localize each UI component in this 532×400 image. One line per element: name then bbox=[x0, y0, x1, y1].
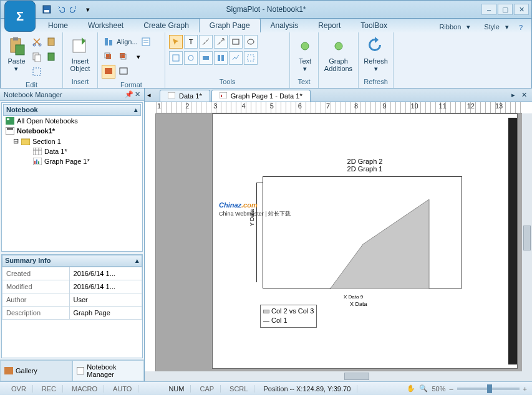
help-icon[interactable]: ? bbox=[515, 22, 526, 32]
svg-point-34 bbox=[301, 42, 309, 50]
tool7-icon[interactable] bbox=[169, 51, 183, 65]
gallery-tab[interactable]: Gallery bbox=[0, 360, 72, 381]
svg-rect-50 bbox=[220, 92, 227, 98]
status-num[interactable]: NUM bbox=[162, 385, 191, 393]
copy-icon[interactable] bbox=[30, 50, 44, 64]
watermark-sub: China Webmaster | 站长下载 bbox=[219, 210, 291, 218]
summary-author-value[interactable]: User bbox=[69, 293, 142, 307]
line-tool-icon[interactable] bbox=[199, 35, 213, 49]
status-scrl[interactable]: SCRL bbox=[223, 385, 254, 393]
close-button[interactable]: ✕ bbox=[514, 4, 529, 15]
plot-area[interactable]: 0 2 4 6 8 10 0 1 2 3 bbox=[263, 176, 462, 288]
align-button[interactable]: Align... bbox=[117, 38, 138, 45]
svg-rect-51 bbox=[221, 95, 222, 97]
graph-page[interactable]: 2D Graph 2 2D Graph 1 0 2 4 6 8 bbox=[212, 113, 518, 369]
save-icon[interactable] bbox=[42, 4, 52, 14]
send-back-icon[interactable] bbox=[117, 50, 130, 64]
minimize-button[interactable]: – bbox=[481, 4, 496, 15]
graph-title-1[interactable]: 2D Graph 1 bbox=[213, 165, 517, 173]
group-icon[interactable]: ▾ bbox=[132, 50, 145, 64]
paste-button[interactable]: Paste▾ bbox=[4, 35, 29, 74]
tab-toolbox[interactable]: ToolBox bbox=[351, 19, 397, 32]
x-axis-label[interactable]: X Data bbox=[350, 301, 367, 307]
qat-dropdown-icon[interactable]: ▾ bbox=[83, 4, 93, 14]
format-misc-icon[interactable] bbox=[139, 35, 153, 49]
status-rec[interactable]: REC bbox=[36, 385, 63, 393]
pan-icon[interactable]: ✋ bbox=[407, 384, 415, 393]
tab-worksheet[interactable]: Worksheet bbox=[78, 19, 133, 32]
rect-tool-icon[interactable] bbox=[229, 35, 243, 49]
text-button[interactable]: Text▾ bbox=[294, 35, 316, 74]
horizontal-scrollbar[interactable] bbox=[145, 371, 532, 381]
line-color-icon[interactable] bbox=[117, 65, 130, 79]
tree-data1[interactable]: Data 1* bbox=[3, 146, 141, 156]
x-axis-label-2[interactable]: X Data 9 bbox=[344, 294, 363, 300]
svg-rect-36 bbox=[6, 117, 14, 125]
redo-icon[interactable] bbox=[69, 4, 79, 14]
tool9-icon[interactable] bbox=[199, 51, 213, 65]
status-macro[interactable]: MACRO bbox=[65, 385, 104, 393]
doctab-data1[interactable]: Data 1* bbox=[160, 90, 210, 102]
ribbon: Paste▾ Edit Insert Object Insert bbox=[0, 32, 532, 88]
ellipse-tool-icon[interactable] bbox=[244, 35, 258, 49]
tree-notebook1[interactable]: Notebook1* bbox=[3, 126, 141, 136]
status-cap[interactable]: CAP bbox=[193, 385, 221, 393]
app-icon[interactable]: Σ bbox=[4, 1, 36, 32]
svg-rect-33 bbox=[248, 55, 254, 61]
status-ovr[interactable]: OVR bbox=[5, 385, 33, 393]
tree-section-header[interactable]: Notebook bbox=[6, 106, 38, 114]
svg-rect-48 bbox=[38, 161, 39, 164]
pointer-tool-icon[interactable] bbox=[169, 35, 183, 49]
tab-home[interactable]: Home bbox=[38, 19, 78, 32]
refresh-button[interactable]: Refresh▾ bbox=[362, 35, 389, 74]
panel-close-icon[interactable]: ✕ bbox=[135, 90, 140, 98]
select-icon[interactable] bbox=[30, 65, 44, 79]
tree-section1[interactable]: ⊟Section 1 bbox=[3, 136, 141, 146]
notebook-manager-tab[interactable]: Notebook Manager bbox=[72, 360, 145, 381]
zoom-slider[interactable] bbox=[457, 388, 520, 390]
group-insert-label: Insert bbox=[65, 77, 95, 87]
tab-report[interactable]: Report bbox=[308, 19, 351, 32]
graph-additions-button[interactable]: Graph Additions bbox=[322, 35, 354, 74]
tab-analysis[interactable]: Analysis bbox=[261, 19, 309, 32]
doctab-next-icon[interactable]: ▸ bbox=[509, 90, 518, 100]
insert-object-button[interactable]: Insert Object bbox=[67, 35, 94, 74]
tree-all-open[interactable]: All Open Notebooks bbox=[3, 116, 141, 126]
zoom-value[interactable]: 50% bbox=[432, 385, 445, 393]
graph-title-2[interactable]: 2D Graph 2 bbox=[213, 158, 517, 165]
notebook-tree: Notebook▴ All Open Notebooks Notebook1* … bbox=[1, 102, 143, 252]
svg-marker-52 bbox=[330, 199, 429, 289]
svg-rect-10 bbox=[48, 38, 54, 45]
tool8-icon[interactable] bbox=[184, 51, 198, 65]
style-toggle[interactable]: Style ▾ bbox=[476, 22, 513, 32]
doctab-prev-icon[interactable]: ◂ bbox=[147, 91, 151, 99]
paste-special-icon[interactable] bbox=[45, 35, 59, 49]
ribbon-toggle[interactable]: Ribbon ▾ bbox=[432, 22, 474, 32]
tab-graph-page[interactable]: Graph Page bbox=[199, 18, 261, 32]
zoom-tool-icon[interactable]: 🔍 bbox=[419, 384, 428, 393]
tree-graphpage1[interactable]: Graph Page 1* bbox=[3, 156, 141, 166]
align-icon[interactable] bbox=[102, 35, 115, 49]
tool11-icon[interactable] bbox=[229, 51, 243, 65]
tab-create-graph[interactable]: Create Graph bbox=[133, 19, 199, 32]
chart-legend[interactable]: Col 2 vs Col 3 Col 1 bbox=[260, 305, 317, 328]
bring-front-icon[interactable] bbox=[102, 50, 115, 64]
fill-color-icon[interactable] bbox=[102, 65, 115, 79]
text-tool-icon[interactable]: T bbox=[184, 35, 198, 49]
status-auto[interactable]: AUTO bbox=[107, 385, 138, 393]
arrow-tool-icon[interactable] bbox=[214, 35, 228, 49]
zoom-in-icon[interactable]: + bbox=[523, 385, 527, 393]
panel-pin-icon[interactable]: 📌 bbox=[125, 90, 133, 98]
maximize-button[interactable]: ▢ bbox=[498, 4, 513, 15]
tool12-icon[interactable] bbox=[244, 51, 258, 65]
vertical-scrollbar[interactable] bbox=[522, 113, 532, 371]
zoom-out-icon[interactable]: – bbox=[449, 385, 453, 393]
undo-icon[interactable] bbox=[56, 4, 65, 14]
clipboard2-icon[interactable] bbox=[45, 50, 59, 64]
doctab-close-icon[interactable]: ✕ bbox=[519, 90, 530, 100]
cut-icon[interactable] bbox=[30, 35, 44, 49]
summary-desc-value[interactable]: Graph Page bbox=[69, 307, 142, 320]
summary-header[interactable]: Summary Info bbox=[5, 257, 51, 265]
tool10-icon[interactable] bbox=[214, 51, 228, 65]
doctab-graphpage1[interactable]: Graph Page 1 - Data 1* bbox=[211, 90, 311, 102]
